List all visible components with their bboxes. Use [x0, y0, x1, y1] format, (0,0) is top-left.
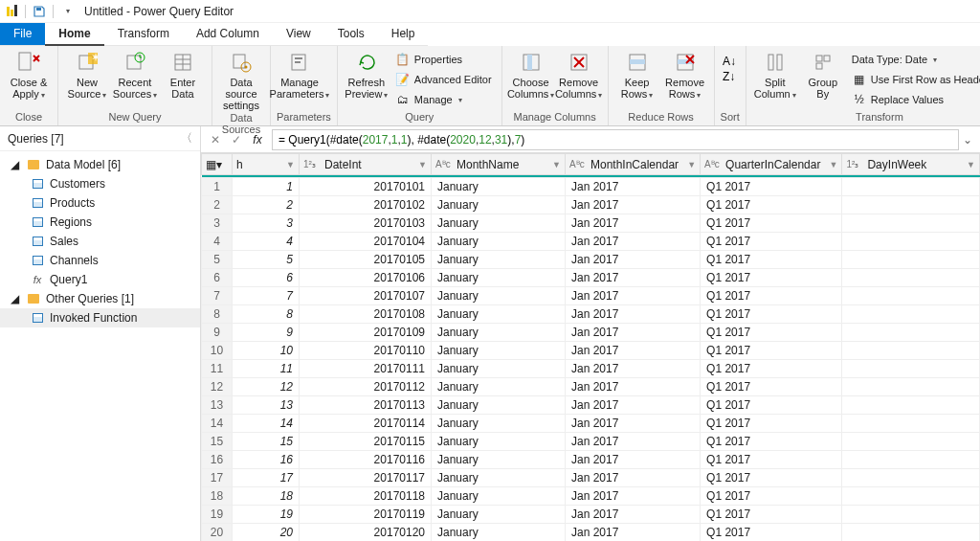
- cell-monthincal[interactable]: Jan 2017: [566, 196, 701, 214]
- cell-month[interactable]: January: [432, 451, 566, 469]
- cell-monthincal[interactable]: Jan 2017: [566, 396, 701, 415]
- data-source-settings-button[interactable]: Data source settings: [218, 50, 264, 111]
- table-row[interactable]: 171720170117JanuaryJan 2017Q1 2017: [202, 469, 980, 487]
- cell-dayinweek[interactable]: [842, 305, 980, 324]
- cell-h[interactable]: 9: [233, 324, 300, 342]
- split-column-button[interactable]: Split Column: [752, 50, 798, 101]
- accept-icon[interactable]: ✓: [226, 130, 247, 149]
- cell-month[interactable]: January: [432, 524, 566, 542]
- cell-monthincal[interactable]: Jan 2017: [566, 269, 701, 287]
- folder-other-queries[interactable]: ◢ Other Queries [1]: [0, 289, 200, 308]
- cell-month[interactable]: January: [432, 287, 566, 305]
- cell-monthincal[interactable]: Jan 2017: [566, 324, 701, 342]
- cell-dayinweek[interactable]: [842, 214, 980, 233]
- cell-quarterincal[interactable]: Q1 2017: [701, 451, 842, 469]
- cell-quarterincal[interactable]: Q1 2017: [701, 324, 842, 342]
- filter-icon[interactable]: ▼: [962, 160, 975, 169]
- cell-quarterincal[interactable]: Q1 2017: [701, 214, 842, 233]
- keep-rows-button[interactable]: Keep Rows: [614, 50, 660, 101]
- table-row[interactable]: 121220170112JanuaryJan 2017Q1 2017: [202, 378, 980, 396]
- advanced-editor-button[interactable]: 📝 Advanced Editor: [391, 70, 496, 89]
- cell-dayinweek[interactable]: [842, 360, 980, 378]
- cell-dayinweek[interactable]: [842, 196, 980, 214]
- cell-dayinweek[interactable]: [842, 324, 980, 342]
- cell-h[interactable]: 15: [233, 433, 300, 451]
- cell-dateint[interactable]: 20170116: [300, 451, 432, 469]
- cell-quarterincal[interactable]: Q1 2017: [701, 251, 842, 269]
- cell-h[interactable]: 2: [233, 196, 300, 214]
- remove-rows-button[interactable]: Remove Rows: [662, 50, 708, 101]
- cell-h[interactable]: 4: [233, 233, 300, 251]
- query-products[interactable]: Products: [0, 193, 200, 213]
- cell-quarterincal[interactable]: Q1 2017: [701, 487, 842, 506]
- column-monthincalendar[interactable]: AᴮcMonthInCalendar▼: [566, 154, 701, 175]
- enter-data-button[interactable]: Enter Data: [160, 50, 206, 100]
- sort-desc-button[interactable]: Z↓: [723, 71, 738, 84]
- cell-quarterincal[interactable]: Q1 2017: [701, 378, 842, 396]
- cell-dateint[interactable]: 20170101: [300, 178, 432, 196]
- cell-h[interactable]: 1: [233, 178, 300, 196]
- cell-h[interactable]: 20: [233, 524, 300, 542]
- cell-dayinweek[interactable]: [842, 251, 980, 269]
- cell-monthincal[interactable]: Jan 2017: [566, 506, 701, 524]
- table-row[interactable]: 7720170107JanuaryJan 2017Q1 2017: [202, 287, 980, 305]
- table-row[interactable]: 3320170103JanuaryJan 2017Q1 2017: [202, 214, 980, 233]
- cell-monthincal[interactable]: Jan 2017: [566, 342, 701, 360]
- group-by-button[interactable]: Group By: [800, 50, 846, 100]
- cell-month[interactable]: January: [432, 305, 566, 324]
- column-monthname[interactable]: AᴮcMonthName▼: [432, 154, 566, 175]
- filter-icon[interactable]: ▼: [682, 160, 696, 169]
- table-row[interactable]: 131320170113JanuaryJan 2017Q1 2017: [202, 396, 980, 415]
- cell-month[interactable]: January: [432, 324, 566, 342]
- cell-h[interactable]: 12: [233, 378, 300, 396]
- cell-dayinweek[interactable]: [842, 378, 980, 396]
- table-row[interactable]: 8820170108JanuaryJan 2017Q1 2017: [202, 305, 980, 324]
- cell-dayinweek[interactable]: [842, 233, 980, 251]
- replace-values-button[interactable]: ½ Replace Values: [848, 90, 980, 109]
- cell-month[interactable]: January: [432, 214, 566, 233]
- cell-quarterincal[interactable]: Q1 2017: [701, 287, 842, 305]
- cell-month[interactable]: January: [432, 415, 566, 433]
- cell-dateint[interactable]: 20170105: [300, 251, 432, 269]
- cell-month[interactable]: January: [432, 251, 566, 269]
- cell-dateint[interactable]: 20170106: [300, 269, 432, 287]
- cell-quarterincal[interactable]: Q1 2017: [701, 506, 842, 524]
- sort-asc-button[interactable]: A↓: [723, 56, 738, 69]
- cell-month[interactable]: January: [432, 433, 566, 451]
- cell-dayinweek[interactable]: [842, 287, 980, 305]
- recent-sources-button[interactable]: Recent Sources: [112, 50, 158, 101]
- filter-icon[interactable]: ▼: [824, 160, 837, 169]
- table-row[interactable]: 111120170111JanuaryJan 2017Q1 2017: [202, 360, 980, 378]
- formula-input[interactable]: = Query1(#date( 2017, 1, 1 ), #date( 202…: [272, 129, 959, 150]
- cell-quarterincal[interactable]: Q1 2017: [701, 360, 842, 378]
- cell-month[interactable]: January: [432, 487, 566, 506]
- cell-quarterincal[interactable]: Q1 2017: [701, 233, 842, 251]
- cell-h[interactable]: 13: [233, 396, 300, 415]
- cell-monthincal[interactable]: Jan 2017: [566, 415, 701, 433]
- cell-monthincal[interactable]: Jan 2017: [566, 469, 701, 487]
- cell-month[interactable]: January: [432, 233, 566, 251]
- query-sales[interactable]: Sales: [0, 232, 200, 251]
- table-row[interactable]: 9920170109JanuaryJan 2017Q1 2017: [202, 324, 980, 342]
- cell-dateint[interactable]: 20170119: [300, 506, 432, 524]
- cell-h[interactable]: 14: [233, 415, 300, 433]
- cell-quarterincal[interactable]: Q1 2017: [701, 342, 842, 360]
- cell-month[interactable]: January: [432, 378, 566, 396]
- cell-dayinweek[interactable]: [842, 396, 980, 415]
- cell-monthincal[interactable]: Jan 2017: [566, 451, 701, 469]
- cell-dateint[interactable]: 20170108: [300, 305, 432, 324]
- cell-month[interactable]: January: [432, 469, 566, 487]
- query-invoked-function[interactable]: Invoked Function: [0, 308, 200, 327]
- cell-dateint[interactable]: 20170111: [300, 360, 432, 378]
- tab-add-column[interactable]: Add Column: [183, 23, 273, 46]
- cell-h[interactable]: 19: [233, 506, 300, 524]
- tab-tools[interactable]: Tools: [324, 23, 378, 46]
- query-regions[interactable]: Regions: [0, 213, 200, 232]
- cell-h[interactable]: 16: [233, 451, 300, 469]
- new-source-button[interactable]: ✶ New Source: [64, 50, 110, 101]
- cell-monthincal[interactable]: Jan 2017: [566, 251, 701, 269]
- cell-month[interactable]: January: [432, 196, 566, 214]
- cell-monthincal[interactable]: Jan 2017: [566, 214, 701, 233]
- table-row[interactable]: 181820170118JanuaryJan 2017Q1 2017: [202, 487, 980, 506]
- column-dateint[interactable]: 1²₃DateInt▼: [300, 154, 432, 175]
